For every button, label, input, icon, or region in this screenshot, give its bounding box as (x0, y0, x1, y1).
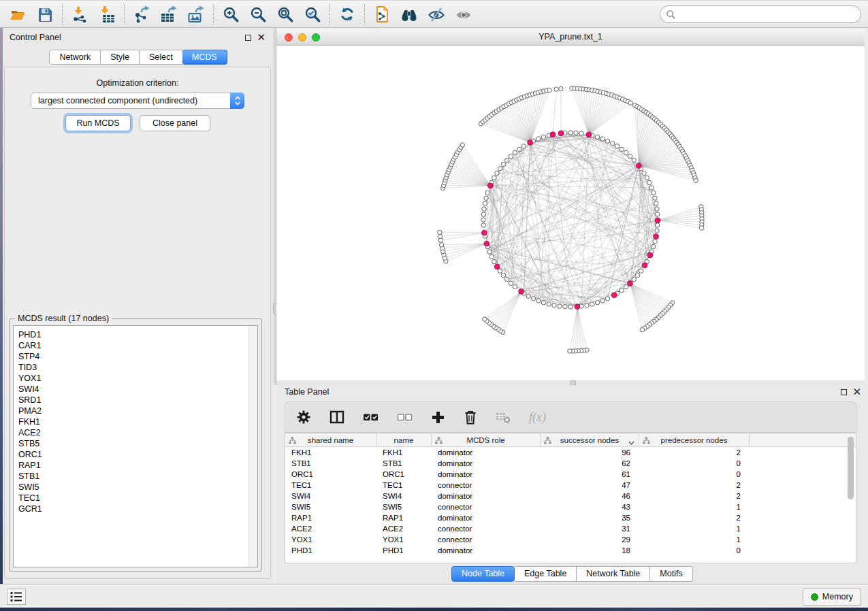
network-node[interactable] (495, 171, 499, 175)
export-table-button[interactable] (155, 3, 182, 26)
network-leaf-node[interactable] (628, 101, 632, 105)
network-leaf-node[interactable] (568, 349, 572, 353)
network-node[interactable] (600, 137, 605, 141)
network-node[interactable] (501, 273, 505, 277)
network-node[interactable] (505, 158, 509, 162)
mcds-hub-node[interactable] (586, 132, 592, 137)
table-row[interactable]: ACE2ACE2connector311 (285, 523, 856, 534)
network-node[interactable] (579, 131, 583, 135)
network-node[interactable] (655, 229, 659, 233)
mcds-hub-node[interactable] (642, 263, 647, 268)
network-node[interactable] (632, 158, 636, 162)
network-leaf-node[interactable] (438, 230, 442, 234)
zoom-selected-button[interactable] (299, 3, 326, 26)
network-node[interactable] (654, 201, 658, 205)
close-panel-icon[interactable]: ✕ (257, 31, 266, 44)
mcds-result-item[interactable]: STB5 (18, 438, 257, 449)
network-node[interactable] (656, 212, 660, 216)
network-node[interactable] (487, 250, 492, 254)
network-node[interactable] (600, 299, 605, 303)
network-node[interactable] (639, 269, 643, 273)
network-leaf-node[interactable] (694, 178, 698, 182)
mcds-hub-node[interactable] (611, 293, 617, 298)
close-panel-button[interactable]: Close panel (140, 115, 210, 131)
network-node[interactable] (568, 131, 573, 135)
network-node[interactable] (605, 297, 609, 301)
table-row[interactable]: STB1STB1dominator620 (285, 458, 856, 469)
tab-select[interactable]: Select (140, 50, 183, 65)
show-panels-button[interactable] (7, 589, 26, 605)
network-node[interactable] (547, 302, 551, 306)
mcds-hub-node[interactable] (636, 163, 641, 169)
network-node[interactable] (536, 299, 541, 303)
network-leaf-node[interactable] (438, 238, 443, 242)
network-node[interactable] (624, 150, 628, 154)
network-graph[interactable] (276, 46, 865, 380)
network-node[interactable] (605, 139, 609, 143)
network-leaf-node[interactable] (483, 317, 487, 321)
network-node[interactable] (481, 218, 485, 222)
network-node[interactable] (653, 196, 657, 200)
network-node[interactable] (620, 288, 624, 292)
table-row[interactable]: FKH1FKH1dominator962 (285, 447, 856, 458)
network-leaf-node[interactable] (438, 234, 442, 238)
close-panel-icon[interactable]: ✕ (852, 385, 861, 399)
mcds-result-item[interactable]: TID3 (18, 362, 257, 373)
mcds-hub-node[interactable] (655, 218, 660, 223)
network-leaf-node[interactable] (559, 86, 563, 90)
network-node[interactable] (595, 135, 599, 139)
network-node[interactable] (574, 131, 578, 135)
mcds-hub-node[interactable] (482, 230, 487, 235)
network-node[interactable] (655, 207, 659, 211)
mcds-hub-node[interactable] (528, 140, 533, 146)
network-leaf-node[interactable] (547, 88, 551, 92)
zoom-in-button[interactable] (217, 3, 244, 26)
table-row[interactable]: SWI4SWI4dominator462 (285, 491, 856, 501)
mcds-result-item[interactable]: YOX1 (18, 373, 257, 384)
mcds-result-item[interactable]: SWI5 (18, 482, 257, 493)
network-node[interactable] (563, 305, 567, 309)
share-document-button[interactable] (368, 3, 396, 26)
network-node[interactable] (498, 167, 502, 171)
network-node[interactable] (656, 223, 660, 227)
network-node[interactable] (568, 305, 573, 309)
mcds-hub-node[interactable] (654, 234, 659, 240)
add-column-icon[interactable] (431, 410, 445, 425)
network-node[interactable] (482, 207, 486, 211)
search-input[interactable] (679, 7, 861, 21)
column-header-predecessor-nodes[interactable]: predecessor nodes (639, 433, 750, 446)
network-node[interactable] (558, 304, 562, 308)
network-node[interactable] (652, 244, 656, 248)
mcds-result-item[interactable]: TEC1 (18, 493, 257, 503)
tab-motifs[interactable]: Motifs (650, 566, 692, 582)
network-node[interactable] (481, 212, 485, 216)
mcds-result-item[interactable]: ORC1 (18, 449, 257, 460)
tab-edge-table[interactable]: Edge Table (515, 566, 577, 582)
binoculars-button[interactable] (396, 3, 423, 26)
network-leaf-node[interactable] (640, 328, 644, 332)
select-all-icon[interactable] (363, 410, 379, 424)
delete-column-icon[interactable] (464, 410, 477, 425)
mcds-hub-node[interactable] (550, 132, 556, 137)
network-node[interactable] (505, 277, 509, 281)
network-node[interactable] (615, 144, 619, 148)
export-network-button[interactable] (128, 3, 155, 26)
network-node[interactable] (498, 269, 502, 273)
columns-icon[interactable] (329, 410, 344, 424)
network-leaf-node[interactable] (439, 243, 443, 247)
table-row[interactable]: TEC1TEC1connector472 (285, 480, 856, 491)
mcds-hub-node[interactable] (647, 252, 653, 258)
network-node[interactable] (517, 147, 521, 151)
tab-style[interactable]: Style (101, 50, 140, 65)
network-node[interactable] (492, 176, 496, 180)
function-builder-icon[interactable]: f(x) (529, 410, 546, 425)
mcds-hub-node[interactable] (558, 131, 564, 136)
network-node[interactable] (485, 191, 489, 195)
tab-network-table[interactable]: Network Table (577, 566, 650, 582)
run-mcds-button[interactable]: Run MCDS (65, 115, 131, 131)
network-node[interactable] (649, 186, 654, 190)
mcds-result-item[interactable]: PHD1 (18, 329, 257, 340)
network-leaf-node[interactable] (699, 226, 703, 230)
tab-mcds[interactable]: MCDS (182, 50, 227, 65)
save-session-button[interactable] (31, 3, 59, 26)
